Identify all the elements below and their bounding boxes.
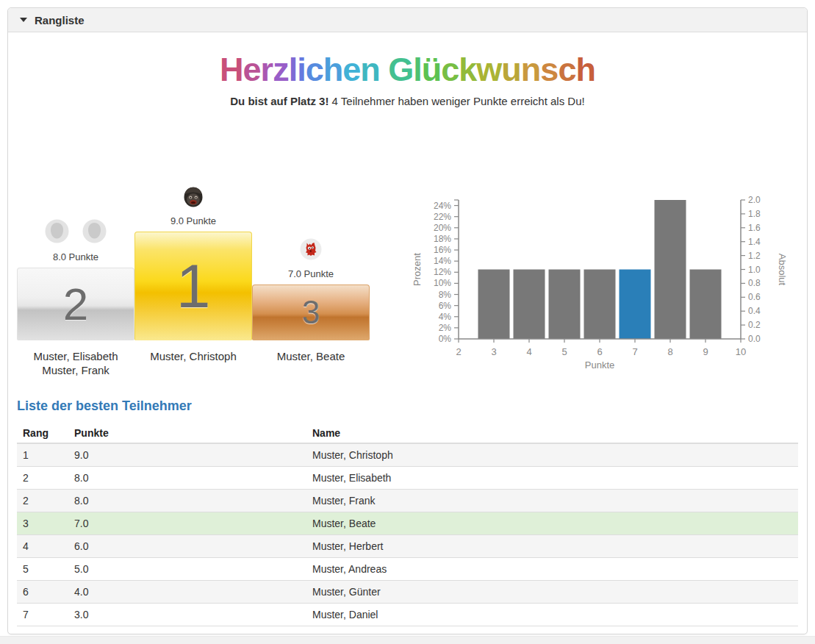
congrats-title-letter: e [243,51,261,88]
chart-bar [584,269,616,339]
table-row: 73.0Muster, Daniel [17,603,798,626]
congrats-title-letter: h [323,51,343,88]
punkte-cell: 8.0 [68,466,306,489]
congrats-title-letter: c [558,51,575,88]
x-axis-label: Punkte [585,359,614,371]
congrats-title: Herzlichen Glückwunsch [17,51,798,88]
podium-place-2: 8.0 Punkte2 [17,182,134,340]
left-axis-tick-label: 14% [434,256,451,266]
name-cell: Muster, Christoph [306,443,798,467]
column-header-rang: Rang [17,423,68,443]
rang-cell: 2 [17,466,68,489]
points-label: 7.0 Punkte [288,268,334,279]
chart-bar-highlighted [620,269,651,339]
x-axis-tick-label: 8 [667,346,672,357]
participant-names: Muster, Christoph [134,349,252,378]
punkte-cell: 8.0 [68,489,306,512]
congrats-title-letter: H [220,51,243,88]
punkte-cell: 5.0 [68,557,306,580]
participant-name: Muster, Frank [17,363,134,378]
congrats-title-letter: h [575,51,595,88]
congrats-title-letter: l [413,51,422,88]
right-axis-tick-label: 1.8 [748,208,761,218]
rang-cell: 2 [17,489,68,512]
participant-names: Muster, Beate [252,349,370,378]
default-avatar-icon [82,219,107,243]
podium-block-3: 3 [252,285,370,340]
participant-name: Muster, Beate [252,349,370,364]
congrats-title-letter: u [501,51,521,88]
left-axis-tick-label: 4% [439,311,452,321]
right-axis-tick-label: 0.0 [748,334,761,344]
left-axis-tick-label: 8% [439,289,452,299]
punkte-cell: 7.0 [68,512,306,534]
name-cell: Muster, Herbert [306,534,798,557]
right-axis-tick-label: 1.0 [748,264,761,274]
congrats-title-letter: n [360,51,380,88]
name-cell: Muster, Beate [306,512,798,534]
x-axis-tick-label: 3 [491,346,496,357]
rang-cell: 7 [17,603,68,626]
table-row: 37.0Muster, Beate [17,512,798,534]
congrats-title-letter: G [388,51,413,88]
points-distribution-chart: 0%2%4%6%8%10%12%14%16%18%20%22%24%0.00.2… [409,182,798,378]
default-avatar-icon [45,219,69,243]
caret-down-icon [20,18,27,22]
rangliste-panel: Rangliste Herzlichen Glückwunsch Du bist… [7,7,808,634]
avatar-group [183,185,204,207]
left-axis-tick-label: 24% [434,200,451,210]
podium-block-2: 2 [17,268,134,340]
devil-avatar-icon [300,238,322,260]
congrats-title-letter [380,51,389,88]
x-axis-tick-label: 6 [597,346,602,357]
podium-names: Muster, ElisabethMuster, FrankMuster, Ch… [17,340,370,378]
podium-place-3: 7.0 Punkte3 [252,182,370,340]
chart-bar [549,269,581,339]
congrats-title-letter: z [273,51,289,88]
chart-bar [514,269,545,339]
table-header-row: Rang Punkte Name [17,423,798,443]
left-axis-tick-label: 0% [439,334,452,344]
gorilla-avatar-icon [183,185,204,207]
right-axis-tick-label: 0.8 [748,278,761,288]
left-axis-tick-label: 6% [439,300,452,310]
chart-bar [478,269,510,339]
left-axis-tick-label: 10% [434,278,451,288]
rang-cell: 6 [17,580,68,603]
participant-name: Muster, Christoph [134,349,252,364]
left-axis-tick-label: 18% [434,233,451,243]
right-axis-tick-label: 1.6 [748,222,761,232]
page: Rangliste Herzlichen Glückwunsch Du bist… [0,0,815,642]
congrats-title-letter: i [297,51,306,88]
x-axis-tick-label: 4 [526,346,531,357]
chart-bar [690,269,722,339]
name-cell: Muster, Frank [306,489,798,512]
punkte-cell: 3.0 [68,603,306,626]
podium-place-1: 9.0 Punkte1 [134,182,252,340]
congrats-title-letter: l [289,51,298,88]
x-axis-tick-label: 7 [632,346,637,357]
congrats-title-letter: c [441,51,459,88]
rang-cell: 4 [17,534,68,557]
panel-header-toggle[interactable]: Rangliste [8,8,807,32]
x-axis-tick-label: 10 [736,346,746,357]
table-row: 46.0Muster, Herbert [17,534,798,557]
page-bottom-strip [0,636,815,644]
right-axis-tick-label: 0.6 [748,292,761,302]
congrats-title-letter: r [261,51,273,88]
x-axis-tick-label: 9 [703,346,708,357]
congrats-title-letter: s [540,51,558,88]
chart-bar [655,200,686,339]
column-header-punkte: Punkte [68,423,306,443]
panel-title: Rangliste [35,14,85,26]
right-axis-label: Absolut [777,253,788,285]
podium-blocks: 8.0 Punkte29.0 Punkte17.0 Punkte3 [17,182,370,340]
podium: 8.0 Punkte29.0 Punkte17.0 Punkte3 Muster… [17,182,370,378]
name-cell: Muster, Elisabeth [306,466,798,489]
left-axis-tick-label: 16% [434,245,451,255]
x-axis-tick-label: 2 [456,346,461,357]
name-cell: Muster, Andreas [306,557,798,580]
rank-number: 2 [63,282,88,327]
rank-number: 3 [302,296,320,329]
right-axis-tick-label: 1.4 [748,236,761,246]
